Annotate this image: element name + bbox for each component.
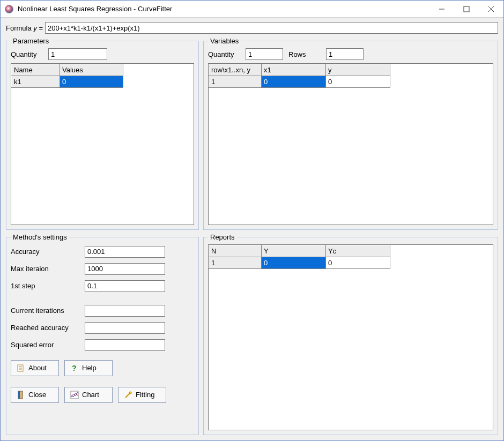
variables-legend: Variables <box>208 37 241 45</box>
reached-label: Reached accuracy <box>11 324 80 332</box>
reports-header-yc[interactable]: Yc <box>326 245 390 257</box>
variables-cell-x1[interactable]: 0 <box>262 76 326 88</box>
about-button[interactable]: About <box>11 360 59 376</box>
reports-fieldset: Reports N Y Yc 1 0 0 <box>203 233 498 435</box>
table-header-row: row\x1..xn, y x1 y <box>209 64 390 76</box>
top-row: Parameters Quantity Name Values <box>6 37 498 230</box>
help-label: Help <box>82 364 97 372</box>
variables-header-x1[interactable]: x1 <box>262 64 326 76</box>
maxiter-label: Max iteraion <box>11 265 80 273</box>
accuracy-input[interactable] <box>85 246 165 258</box>
minimize-icon <box>439 6 445 12</box>
bottom-row: Method's settings Accuracy Max iteraion … <box>6 233 498 435</box>
minimize-button[interactable] <box>429 1 454 18</box>
parameters-header-name[interactable]: Name <box>12 64 60 76</box>
reports-header-y[interactable]: Y <box>262 245 326 257</box>
variables-cell-y[interactable]: 0 <box>326 76 390 88</box>
parameters-header-values[interactable]: Values <box>60 64 123 76</box>
reports-header-n[interactable]: N <box>209 245 262 257</box>
variables-quantity-input[interactable] <box>246 48 283 60</box>
parameters-legend: Parameters <box>11 37 51 45</box>
param-name-cell[interactable]: k1 <box>12 76 60 88</box>
svg-text:?: ? <box>72 364 77 372</box>
formula-label-eq: = <box>37 24 43 32</box>
formula-input[interactable] <box>45 22 498 34</box>
door-icon <box>17 391 25 399</box>
variables-quantity-label: Quantity <box>208 50 240 58</box>
cur-iter-output <box>85 305 165 317</box>
parameters-table: Name Values k1 0 <box>11 64 123 88</box>
formula-row: Formula y = <box>6 22 498 34</box>
app-icon <box>5 5 13 13</box>
close-button[interactable]: Close <box>11 387 59 403</box>
client-area: Formula y = Parameters Quantity <box>1 18 503 440</box>
parameters-quantity-label: Quantity <box>11 50 43 58</box>
cur-iter-label: Current iterations <box>11 307 80 315</box>
variables-table-box[interactable]: row\x1..xn, y x1 y 1 0 0 <box>208 63 493 225</box>
maximize-icon <box>463 6 470 12</box>
formula-label-text: Formula <box>6 24 33 32</box>
parameters-col: Parameters Quantity Name Values <box>6 37 199 230</box>
reports-table: N Y Yc 1 0 0 <box>209 245 390 269</box>
window-title: Nonlinear Least Squares Regression - Cur… <box>18 5 429 13</box>
parameters-fieldset: Parameters Quantity Name Values <box>6 37 199 230</box>
table-header-row: Name Values <box>12 64 123 76</box>
parameters-quantity-row: Quantity <box>11 48 194 60</box>
about-icon <box>17 364 25 372</box>
about-label: About <box>28 364 47 372</box>
maxiter-input[interactable] <box>85 263 165 275</box>
app-window: Nonlinear Least Squares Regression - Cur… <box>0 0 504 441</box>
close-icon <box>488 6 494 12</box>
method-legend: Method's settings <box>11 233 69 241</box>
chart-label: Chart <box>82 391 99 399</box>
svg-rect-1 <box>464 6 469 12</box>
sqerr-label: Squared error <box>11 341 80 349</box>
variables-fieldset: Variables Quantity Rows row\x1..xn, y x1 <box>203 37 498 230</box>
parameters-table-box[interactable]: Name Values k1 0 <box>11 63 194 225</box>
step-input[interactable] <box>85 280 165 292</box>
parameters-quantity-input[interactable] <box>48 48 107 60</box>
fitting-button[interactable]: Fitting <box>118 387 166 403</box>
svg-point-12 <box>129 392 131 394</box>
variables-header-row[interactable]: row\x1..xn, y <box>209 64 262 76</box>
chart-icon <box>70 391 79 399</box>
variables-cell-row[interactable]: 1 <box>209 76 262 88</box>
close-label: Close <box>28 391 46 399</box>
reports-col: Reports N Y Yc 1 0 0 <box>203 233 498 435</box>
sqerr-output <box>85 339 165 351</box>
table-row[interactable]: 1 0 0 <box>209 76 390 88</box>
variables-table: row\x1..xn, y x1 y 1 0 0 <box>209 64 390 88</box>
method-col: Method's settings Accuracy Max iteraion … <box>6 233 199 435</box>
close-window-button[interactable] <box>479 1 503 18</box>
reports-cell-n[interactable]: 1 <box>209 257 262 268</box>
variables-quantity-row: Quantity Rows <box>208 48 493 60</box>
variables-rows-label: Rows <box>288 50 321 58</box>
variables-header-y[interactable]: y <box>326 64 390 76</box>
fitting-icon <box>124 391 132 399</box>
reports-table-box[interactable]: N Y Yc 1 0 0 <box>208 244 493 430</box>
reports-legend: Reports <box>208 233 237 241</box>
variables-col: Variables Quantity Rows row\x1..xn, y x1 <box>203 37 498 230</box>
help-button[interactable]: ? Help <box>64 360 113 376</box>
param-value-cell[interactable]: 0 <box>60 76 123 88</box>
method-fieldset: Method's settings Accuracy Max iteraion … <box>6 233 199 435</box>
help-icon: ? <box>70 364 79 372</box>
variables-rows-input[interactable] <box>326 48 364 60</box>
titlebar: Nonlinear Least Squares Regression - Cur… <box>1 1 503 18</box>
formula-label: Formula y = <box>6 24 43 32</box>
maximize-button[interactable] <box>454 1 479 18</box>
reached-output <box>85 322 165 334</box>
svg-rect-10 <box>18 391 20 399</box>
fitting-label: Fitting <box>136 391 154 399</box>
button-area: About ? Help Close <box>11 355 194 403</box>
table-row[interactable]: 1 0 0 <box>209 257 390 268</box>
table-row[interactable]: k1 0 <box>12 76 123 88</box>
table-header-row: N Y Yc <box>209 245 390 257</box>
chart-button[interactable]: Chart <box>64 387 113 403</box>
reports-cell-yc[interactable]: 0 <box>326 257 390 268</box>
reports-cell-y[interactable]: 0 <box>262 257 326 268</box>
accuracy-label: Accuracy <box>11 248 80 256</box>
step-label: 1st step <box>11 282 80 290</box>
method-body: Accuracy Max iteraion 1st step <box>11 244 194 403</box>
